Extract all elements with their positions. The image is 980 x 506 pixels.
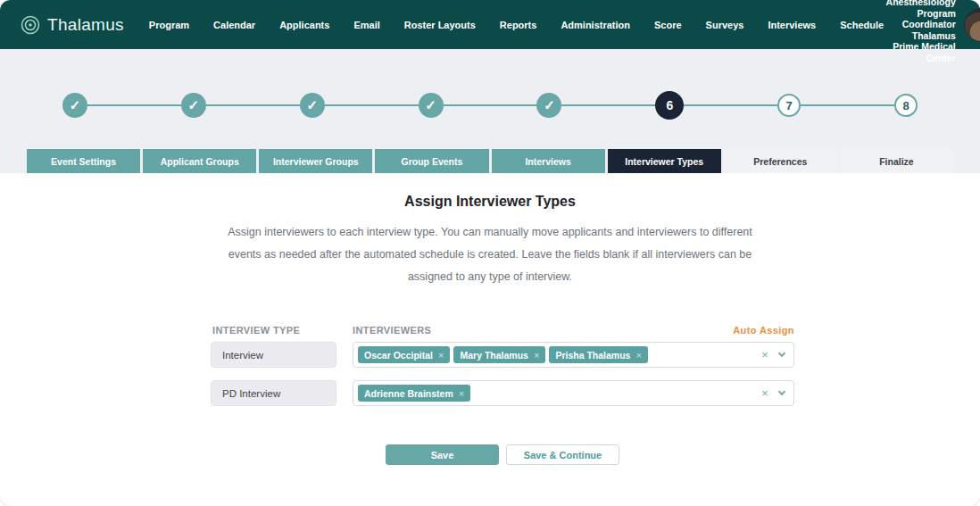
interviewers-select-interview[interactable]: Oscar Occipital×Mary Thalamus×Prisha Tha… xyxy=(353,342,794,368)
nav-item-reports[interactable]: Reports xyxy=(500,20,537,30)
wizard-stepper: ✓✓✓✓✓678 xyxy=(62,91,918,120)
tab-group-events[interactable]: Group Events xyxy=(375,149,488,173)
page-description: Assign interviewers to each interview ty… xyxy=(226,221,754,288)
interview-type-box-interview: Interview xyxy=(211,342,336,368)
interviewer-tag-oscar-occipital[interactable]: Oscar Occipital× xyxy=(358,346,450,363)
nav-item-score[interactable]: Score xyxy=(654,20,682,30)
interviewer-type-row: InterviewOscar Occipital×Mary Thalamus×P… xyxy=(211,342,794,368)
dropdown-chevron-icon[interactable] xyxy=(778,388,785,395)
main-menu: ProgramCalendarApplicantsEmailRoster Lay… xyxy=(149,20,884,30)
nav-item-surveys[interactable]: Surveys xyxy=(706,20,744,30)
interviewer-tag-prisha-thalamus[interactable]: Prisha Thalamus× xyxy=(549,346,647,363)
tab-interviewer-groups[interactable]: Interviewer Groups xyxy=(259,149,372,173)
interviewers-column-header: INTERVIEWERS xyxy=(353,325,733,336)
interview-type-column-header: INTERVIEW TYPE xyxy=(211,325,353,336)
user-avatar[interactable] xyxy=(964,8,980,42)
save-and-continue-button[interactable]: Save & Continue xyxy=(506,444,619,465)
nav-item-program[interactable]: Program xyxy=(149,20,189,30)
form-rows: InterviewOscar Occipital×Mary Thalamus×P… xyxy=(211,342,794,406)
interviewer-tags: Adrienne Brainstem× xyxy=(358,385,761,402)
step-connector xyxy=(801,104,894,106)
step-complete-1[interactable]: ✓ xyxy=(62,93,87,118)
nav-item-calendar[interactable]: Calendar xyxy=(213,20,255,30)
main-content: Assign Interviewer Types Assign intervie… xyxy=(0,173,980,506)
auto-assign-link[interactable]: Auto Assign xyxy=(733,325,794,336)
nav-item-email[interactable]: Email xyxy=(353,20,379,30)
interviewer-tag-label: Mary Thalamus xyxy=(460,350,527,361)
brand-name: Thalamus xyxy=(47,15,124,35)
tag-remove-icon[interactable]: × xyxy=(459,388,464,399)
brand[interactable]: Thalamus xyxy=(20,14,124,36)
user-org: Thalamus Prime Medical Center xyxy=(884,30,956,64)
clear-selection-icon[interactable]: × xyxy=(761,386,768,400)
nav-item-schedule[interactable]: Schedule xyxy=(840,20,884,30)
interview-type-box-pd-interview: PD Interview xyxy=(211,380,336,406)
interviewers-select-pd-interview[interactable]: Adrienne Brainstem×× xyxy=(353,380,794,406)
interviewer-tag-label: Adrienne Brainstem xyxy=(364,388,453,399)
interviewer-tags: Oscar Occipital×Mary Thalamus×Prisha Tha… xyxy=(358,346,761,363)
nav-item-administration[interactable]: Administration xyxy=(561,20,630,30)
step-complete-2[interactable]: ✓ xyxy=(181,93,206,118)
step-connector xyxy=(561,104,655,106)
thalamus-app-window: Thalamus ProgramCalendarApplicantsEmailR… xyxy=(0,0,980,506)
interviewer-tag-adrienne-brainstem[interactable]: Adrienne Brainstem× xyxy=(358,385,470,402)
step-connector xyxy=(325,104,419,106)
step-connector xyxy=(684,104,777,106)
step-8[interactable]: 8 xyxy=(894,94,918,117)
user-menu[interactable]: Nicole Cortex Anesthesiology Program Coo… xyxy=(884,0,980,63)
tag-remove-icon[interactable]: × xyxy=(635,350,641,361)
interviewer-tag-mary-thalamus[interactable]: Mary Thalamus× xyxy=(453,346,545,363)
step-connector xyxy=(87,104,181,106)
interviewer-type-row: PD InterviewAdrienne Brainstem×× xyxy=(211,380,794,406)
step-complete-3[interactable]: ✓ xyxy=(300,93,325,118)
tab-event-settings[interactable]: Event Settings xyxy=(27,149,140,173)
tab-preferences[interactable]: Preferences xyxy=(724,149,837,173)
dropdown-chevron-icon[interactable] xyxy=(778,350,785,357)
tag-remove-icon[interactable]: × xyxy=(438,350,444,361)
save-button[interactable]: Save xyxy=(386,444,499,465)
step-connector xyxy=(444,104,537,106)
interviewer-types-form: INTERVIEW TYPE INTERVIEWERS Auto Assign … xyxy=(211,325,794,406)
nav-item-roster-layouts[interactable]: Roster Layouts xyxy=(404,20,476,30)
step-complete-4[interactable]: ✓ xyxy=(419,93,444,118)
step-6[interactable]: 6 xyxy=(655,91,684,120)
user-specialty: Anesthesiology xyxy=(884,0,956,8)
tab-interviews[interactable]: Interviews xyxy=(492,149,605,173)
top-navbar: Thalamus ProgramCalendarApplicantsEmailR… xyxy=(0,0,980,49)
nav-item-applicants[interactable]: Applicants xyxy=(279,20,329,30)
wizard-tab-bar: Event SettingsApplicant GroupsInterviewe… xyxy=(27,149,953,173)
step-complete-5[interactable]: ✓ xyxy=(536,93,561,118)
interviewer-tag-label: Oscar Occipital xyxy=(364,350,433,361)
page-title: Assign Interviewer Types xyxy=(0,194,980,210)
form-header: INTERVIEW TYPE INTERVIEWERS Auto Assign xyxy=(211,325,794,336)
tab-finalize[interactable]: Finalize xyxy=(840,149,953,173)
form-actions: Save Save & Continue xyxy=(12,444,980,465)
user-info: Nicole Cortex Anesthesiology Program Coo… xyxy=(884,0,956,63)
tab-applicant-groups[interactable]: Applicant Groups xyxy=(143,149,256,173)
interviewer-tag-label: Prisha Thalamus xyxy=(555,350,630,361)
clear-selection-icon[interactable]: × xyxy=(761,348,768,361)
step-7[interactable]: 7 xyxy=(777,94,801,117)
wizard-stepper-section: ✓✓✓✓✓678 xyxy=(0,49,980,120)
step-connector xyxy=(206,104,300,106)
user-role: Program Coordinator xyxy=(884,8,956,30)
tab-interviewer-types[interactable]: Interviewer Types xyxy=(608,149,721,173)
thalamus-logo-icon xyxy=(20,14,41,36)
tag-remove-icon[interactable]: × xyxy=(534,350,539,361)
nav-item-interviews[interactable]: Interviews xyxy=(768,20,816,30)
